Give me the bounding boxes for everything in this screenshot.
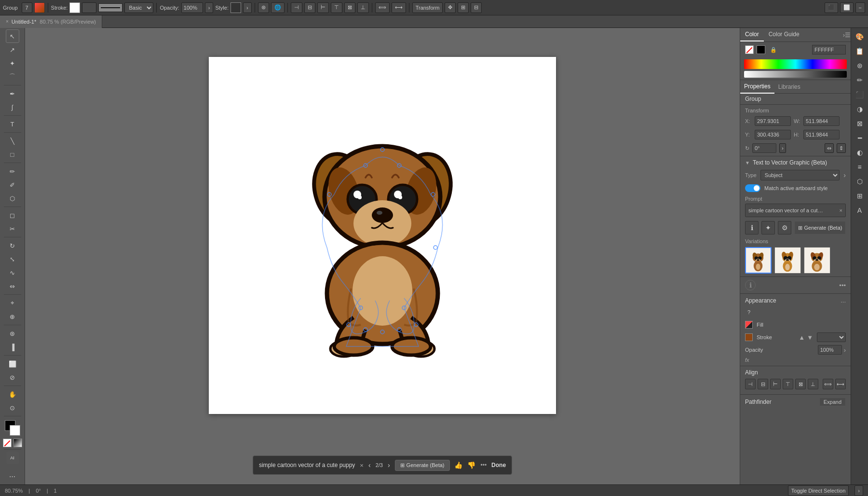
appearance-more-btn[interactable]: ...	[841, 297, 846, 304]
align-right-btn[interactable]: ⊢	[317, 2, 329, 13]
color-panel-btn[interactable]: 🎨	[853, 30, 867, 43]
flip-v-btn[interactable]: ⇕	[837, 143, 846, 153]
prompt-bar-close-btn[interactable]: ×	[360, 462, 364, 469]
tool-indicator[interactable]: 7	[22, 2, 32, 13]
type-tool-btn[interactable]: T	[6, 118, 19, 130]
dist-v-btn[interactable]: ⟷	[392, 2, 406, 13]
thumbs-up-btn[interactable]: 👍	[454, 461, 462, 469]
transform-panel-btn[interactable]: ⊞	[853, 189, 867, 203]
pen-tool-btn[interactable]: ✒	[6, 87, 19, 100]
fg-bg-swatches[interactable]	[5, 420, 20, 436]
stroke-color-icon[interactable]	[745, 333, 753, 341]
direct-selection-tool-btn[interactable]: ↗	[6, 43, 19, 56]
color-panel-menu[interactable]: ☰	[845, 31, 851, 39]
align-bottom-edge-btn[interactable]: ⊥	[808, 379, 818, 389]
align-top-btn[interactable]: ⊤	[331, 2, 342, 13]
align-dist-v-btn[interactable]: ⟷	[835, 379, 846, 389]
align-bottom-btn[interactable]: ⊥	[357, 2, 369, 13]
status-expand-btn[interactable]: ›	[854, 485, 863, 496]
dist-h-btn[interactable]: ⟺	[375, 2, 390, 13]
eyedropper-tool-btn[interactable]: ⌖	[6, 297, 19, 309]
ttv-header[interactable]: ▼ Text to Vector Graphic (Beta)	[745, 159, 846, 166]
rotate-input[interactable]	[752, 143, 776, 153]
background-swatch[interactable]	[10, 425, 20, 436]
opacity-expand-btn[interactable]: ›	[844, 346, 846, 354]
artboard-tool-btn[interactable]: ⬜	[6, 358, 19, 370]
section-info-btn[interactable]: ℹ	[745, 280, 756, 290]
canvas-area[interactable]: simple cartoon vector of a cute puppy × …	[25, 28, 740, 484]
stroke-type-select[interactable]: Basic	[124, 2, 153, 13]
stroke-type-appear-select[interactable]	[817, 332, 846, 342]
align-panel-btn[interactable]: ≡	[853, 160, 867, 174]
curvature-tool-btn[interactable]: ∫	[6, 101, 19, 113]
arrange-btn[interactable]: ⊟	[471, 2, 482, 13]
stroke-down-btn[interactable]: ▼	[807, 334, 813, 341]
gradient-btn[interactable]	[34, 2, 45, 13]
symbols-panel-btn[interactable]: ⊛	[853, 59, 867, 72]
rotate-expand[interactable]: ›	[779, 143, 786, 153]
magic-wand-tool-btn[interactable]: ✦	[6, 57, 19, 69]
color-swatch-fill[interactable]	[757, 45, 765, 54]
h-input[interactable]	[803, 130, 840, 139]
info-icon-btn[interactable]: ℹ	[745, 221, 759, 234]
stroke-up-btn[interactable]: ▲	[799, 334, 805, 341]
generate-main-btn[interactable]: ⊞ Generate (Beta)	[794, 221, 846, 234]
pencil-tool-btn[interactable]: ✐	[6, 179, 19, 191]
rect-tool-btn[interactable]: □	[6, 148, 19, 161]
align-middle-v-btn[interactable]: ⊠	[344, 2, 355, 13]
ai-tool-btn[interactable]: AI	[6, 452, 19, 464]
line-tool-btn[interactable]: ╲	[6, 135, 19, 147]
opacity-input[interactable]	[181, 2, 203, 13]
stroke-color-preview[interactable]	[69, 2, 80, 13]
fill-icon[interactable]	[745, 321, 753, 329]
selection-tool-btn[interactable]: ↖	[6, 30, 19, 42]
symbol-tool-btn[interactable]: ⊛	[6, 327, 19, 340]
stroke-panel-btn[interactable]: ━	[853, 131, 867, 145]
prev-page-btn[interactable]: ‹	[368, 461, 371, 469]
rotate-tool-btn[interactable]: ↻	[6, 239, 19, 252]
align-center-h-btn[interactable]: ⊟	[304, 2, 315, 13]
gradient-swatch[interactable]	[14, 439, 22, 447]
color-swatch-none[interactable]	[745, 45, 754, 54]
gradient-panel-btn[interactable]: ◑	[853, 102, 867, 116]
variation-3-thumb[interactable]	[804, 247, 830, 274]
align-left-btn[interactable]: ⊣	[291, 2, 302, 13]
pathfinder-expand-btn[interactable]: Expand	[819, 398, 846, 406]
panel-toggle[interactable]: ⬜	[840, 2, 854, 13]
none-swatch[interactable]	[3, 439, 12, 447]
align-center-h-edge-btn[interactable]: ⊟	[758, 379, 768, 389]
pathfinder-panel-btn[interactable]: ⬡	[853, 175, 867, 188]
transform-btn[interactable]: Transform	[412, 2, 443, 13]
brush-tool-btn[interactable]: ✏	[6, 165, 19, 178]
stroke-weight-input[interactable]	[82, 2, 96, 13]
align-left-edge-btn[interactable]: ⊣	[745, 379, 756, 389]
more-options-btn[interactable]: •••	[480, 462, 487, 468]
slice-tool-btn[interactable]: ⊘	[6, 371, 19, 384]
color-tab[interactable]: Color	[740, 28, 764, 41]
match-artboard-toggle[interactable]	[745, 184, 760, 192]
settings-icon-btn[interactable]: ⚙	[778, 221, 791, 234]
recolor-btn[interactable]: ⊛	[258, 2, 269, 13]
brightness-bar[interactable]	[744, 71, 847, 78]
transparency-panel-btn[interactable]: ⊠	[853, 117, 867, 130]
align-top-edge-btn[interactable]: ⊤	[783, 379, 793, 389]
zoom-tool-btn[interactable]: ⊙	[6, 401, 19, 414]
align-middle-v-edge-btn[interactable]: ⊠	[795, 379, 806, 389]
lasso-tool-btn[interactable]: ⌒	[6, 70, 19, 83]
thumbs-down-btn[interactable]: 👎	[467, 461, 475, 469]
align-right-edge-btn[interactable]: ⊢	[770, 379, 781, 389]
x-input[interactable]	[755, 116, 791, 126]
color-spectrum[interactable]	[744, 59, 847, 69]
char-styles-btn[interactable]: A	[853, 204, 867, 217]
hex-value-input[interactable]	[812, 45, 846, 55]
prompt-clear-btn[interactable]: ×	[840, 207, 842, 213]
scissors-tool-btn[interactable]: ✂	[6, 222, 19, 235]
prompt-field[interactable]: simple cartoon vector of a cute puppy ×	[745, 204, 846, 217]
color-guide-tab[interactable]: Color Guide	[764, 28, 804, 41]
document-tab[interactable]: × Untitled-1* 80.75 % (RGB/Preview)	[0, 15, 102, 28]
sparkle-btn[interactable]: ✦	[761, 221, 775, 234]
minimize-btn[interactable]: −	[855, 2, 865, 13]
graph-tool-btn[interactable]: ▐	[6, 341, 19, 353]
expand-top-right[interactable]: ⬛	[825, 2, 838, 13]
align-dist-h-btn[interactable]: ⟺	[823, 379, 833, 389]
